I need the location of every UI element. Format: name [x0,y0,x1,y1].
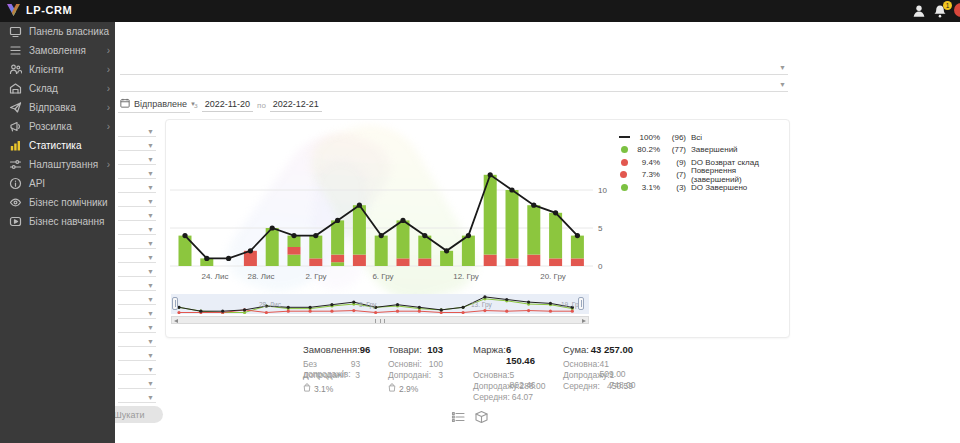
legend-item[interactable]: 80.2%(77)Завершений [618,144,789,157]
navigator-scrollbar[interactable] [171,316,589,324]
mini-filter-select[interactable]: ▼ [118,279,156,291]
sidebar-item-label: Клієнти [29,64,64,75]
clients-icon [9,63,22,76]
scroll-right-icon[interactable] [582,319,586,323]
info-circle-icon [9,177,22,190]
summary-header: Замовлення:96 [303,344,360,355]
summary-row: Допродажу:1 748.00 [563,370,633,381]
chevron-right-icon: › [107,102,110,113]
user-icon[interactable] [912,4,926,18]
logo-v-icon [6,3,21,17]
summary-row: Основні:100 [388,359,443,370]
mini-filter-select[interactable]: ▼ [118,377,156,389]
sidebar-item-label: Замовлення [29,45,86,56]
sidebar-item-shipping[interactable]: Відправка › [0,98,115,117]
mini-filter-select[interactable]: ▼ [118,363,156,375]
sidebar-item-dashboard[interactable]: Панель власника [0,22,115,41]
mini-filter-select[interactable]: ▼ [118,181,156,193]
summary-row: Середня:450.59 [563,381,633,392]
summary-row: Без допродажів:93 [303,359,360,370]
mini-filter-select[interactable]: ▼ [118,293,156,305]
chevron-right-icon: › [107,83,110,94]
sidebar-item-label: Відправка [29,102,76,113]
sidebar-item-mailing[interactable]: Розсилка › [0,117,115,136]
mini-filter-select[interactable]: ▼ [118,391,156,403]
legend-swatch-icon [618,159,630,166]
sidebar-item-warehouse[interactable]: Склад › [0,79,115,98]
filter-select-2[interactable]: ▼ [120,78,788,92]
avatar[interactable] [954,3,960,17]
scrollbar-grip-icon[interactable] [375,319,385,323]
date-to-input[interactable]: 2022-12-21 [270,99,322,112]
mini-filter-select[interactable]: ▼ [118,139,156,151]
app-logo[interactable]: LP-CRM [6,3,72,17]
notification-badge: 1 [943,1,952,10]
mini-filter-select[interactable]: ▼ [118,251,156,263]
mini-filter-select[interactable]: ▼ [118,223,156,235]
summary-row: Основна:41 509.00 [563,359,633,370]
mini-filter-select[interactable]: ▼ [118,335,156,347]
legend-swatch-icon [618,136,630,138]
sliders-icon [9,158,22,171]
summary-header: Товари:103 [388,344,443,355]
navigator-handle-right[interactable] [578,297,584,310]
orders-list-icon [9,44,22,57]
product-view-toggle[interactable] [474,410,489,424]
date-type-select[interactable]: Відправлене ▼ [118,98,190,113]
mini-filter-select[interactable]: ▼ [118,167,156,179]
warehouse-icon [9,82,22,95]
content-area: ▼ ▼ Відправлене ▼ з 2022-11-20 по 2022-1… [0,22,960,443]
mini-filter-select[interactable]: ▼ [118,195,156,207]
orders-combo-chart: 051024. Лис28. Лис2. Гру6. Гру12. Гру20.… [166,120,611,290]
date-from-input[interactable]: 2022-11-20 [202,99,253,112]
navigator-handle-left[interactable] [172,297,178,310]
sidebar-item-label: Панель власника [29,26,109,37]
scroll-left-icon[interactable] [174,319,178,323]
svg-text:2. Гру: 2. Гру [305,272,326,281]
mini-filter-select[interactable]: ▼ [118,209,156,221]
statistics-chart-panel: 051024. Лис28. Лис2. Гру6. Гру12. Гру20.… [165,119,790,338]
mini-filter-select[interactable]: ▼ [118,321,156,333]
top-bar: LP-CRM 1 [0,0,960,22]
sidebar-item-clients[interactable]: Клієнти › [0,60,115,79]
summary-row: Допродані:3 [303,370,360,381]
legend-item[interactable]: 7.3%(7)Повернення (завершений) [618,169,789,182]
list-view-toggle[interactable] [451,410,466,424]
cube-icon [474,410,489,424]
filter-select-1[interactable]: ▼ [120,61,788,75]
summary-column: Товари:103Основні:100Допродані:32.9% [388,344,443,394]
navigator-date-label: 13. Гру [471,301,492,308]
sidebar-item-business-training[interactable]: Бізнес навчання [0,212,115,231]
summary-header: Сума:43 257.00 [563,344,633,355]
sidebar-item-orders[interactable]: Замовлення › [0,41,115,60]
summary-column: Маржа:6 150.46Основна:5 862.46Допродажу:… [473,344,533,403]
bag-icon [303,383,311,394]
chevron-right-icon: › [107,121,110,132]
mini-filter-select[interactable]: ▼ [118,125,156,137]
mini-filter-select[interactable]: ▼ [118,237,156,249]
sidebar-item-api[interactable]: API [0,174,115,193]
chevron-right-icon: › [107,45,110,56]
svg-text:24. Лис: 24. Лис [201,272,228,281]
svg-text:6. Гру: 6. Гру [372,272,393,281]
mini-filter-select[interactable]: ▼ [118,153,156,165]
sidebar-item-settings[interactable]: Налаштування › [0,155,115,174]
summary-column: Замовлення:96Без допродажів:93Допродані:… [303,344,360,394]
mini-filter-select[interactable]: ▼ [118,307,156,319]
summary-row: Допродані:3 [388,370,443,381]
summary-row: Основна:5 862.46 [473,370,533,381]
summary-row: Середня:64.07 [473,392,533,403]
chart-legend: 100%(96)Всі80.2%(77)Завершений9.4%(9)DO … [618,131,789,194]
sidebar-item-statistics[interactable]: Статистика [0,136,115,155]
mini-filter-select[interactable]: ▼ [118,349,156,361]
legend-item[interactable]: 100%(96)Всі [618,131,789,144]
summary-column: Сума:43 257.00Основна:41 509.00Допродажу… [563,344,633,392]
legend-swatch-icon [618,146,630,153]
mini-filter-select[interactable]: ▼ [118,265,156,277]
sidebar-item-label: Бізнес помічники [29,197,108,208]
sidebar-item-business-helpers[interactable]: Бізнес помічники [0,193,115,212]
sidebar-item-label: Розсилка [29,121,72,132]
date-type-label: Відправлене [134,99,187,109]
legend-swatch-icon [618,171,630,178]
chevron-right-icon: › [107,159,110,170]
